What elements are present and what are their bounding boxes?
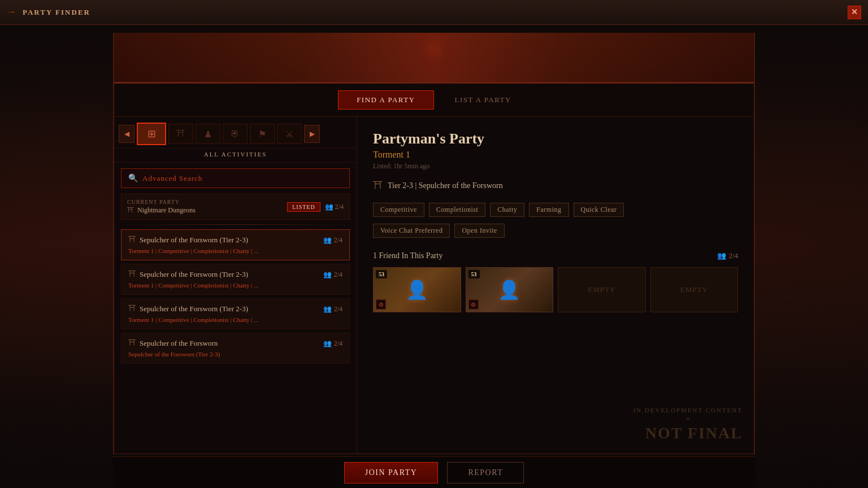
tab-bar: FIND A PARTY LIST A PARTY: [114, 84, 754, 117]
party-dungeon: ⛩ Tier 2-3 | Sepulcher of the Forsworn: [373, 180, 738, 191]
party-item-header: ⛩ Sepulcher of the Forsworn (Tier 2-3) 👥…: [128, 236, 342, 245]
party-item-count: 👥 2/4: [323, 236, 342, 245]
party-item-count: 👥 2/4: [323, 339, 342, 348]
party-item-header: ⛩ Sepulcher of the Forsworn (Tier 2-3) 👥…: [128, 304, 342, 313]
member-slot-1: 👤 53 ⚙: [373, 267, 461, 312]
item-icon: ⛩: [128, 339, 136, 348]
nav-prev-button[interactable]: ◀: [119, 125, 134, 143]
tag-quick-clear: Quick Clear: [574, 203, 624, 217]
party-difficulty: Torment 1: [373, 150, 738, 160]
party-count-value: 2/4: [728, 251, 738, 260]
activity-nav: ◀ ⊞ ⛩ ♟ ⛨ ⚑ ⚔ ▶: [114, 117, 357, 149]
party-item-header: ⛩ Sepulcher of the Forsworn 👥 2/4: [128, 339, 342, 348]
friends-header: 1 Friend In This Party 👥 2/4: [373, 251, 738, 260]
item-icon: ⛩: [128, 236, 136, 245]
party-item-tags: Torment 1 | Competitive | Completionist …: [128, 247, 342, 254]
group-icon-small: 👥: [323, 236, 332, 245]
footer-bar: Join Party Report: [113, 456, 755, 488]
watermark-line1: IN DEVELOPMENT CONTENT: [633, 407, 743, 413]
party-item-name: ⛩ Sepulcher of the Forsworn: [128, 339, 218, 348]
member-empty-1: EMPTY: [588, 285, 615, 294]
group-icon-small: 👥: [323, 271, 332, 279]
item-icon: ⛩: [128, 304, 136, 313]
tag-farming: Farming: [529, 203, 568, 217]
party-dungeon-icon: ⛩: [127, 206, 134, 215]
group-icon-friends: 👥: [717, 251, 726, 260]
watermark-divider: ❧: [633, 416, 743, 422]
party-item-count: 👥 2/4: [323, 305, 342, 313]
avatar-class-icon-2: ⚙: [468, 299, 479, 310]
member-slot-2: 👤 53 ⚙: [466, 267, 554, 312]
dungeon-icon: ⛩: [373, 180, 383, 191]
group-icon: 👥: [325, 203, 333, 211]
current-party-info: Current Party ⛩ Nightmare Dungeons: [127, 199, 283, 215]
activity-icon-grid[interactable]: ⊞: [137, 123, 166, 145]
group-icon-small: 👥: [323, 305, 332, 313]
tags-container-2: Voice Chat Preferred Open Invite: [373, 224, 738, 238]
activity-icon-swords[interactable]: ⚔: [277, 124, 302, 144]
right-panel: Partyman's Party Torment 1 Listed: 1hr 5…: [357, 117, 754, 454]
search-icon: 🔍: [128, 173, 138, 183]
search-bar[interactable]: 🔍 Advanced Search: [121, 168, 350, 188]
activity-icon-tower[interactable]: ⚑: [250, 124, 275, 144]
party-item-tags: Torment 1 | Competitive | Completionist …: [128, 282, 342, 289]
party-list-item[interactable]: ⛩ Sepulcher of the Forsworn (Tier 2-3) 👥…: [121, 264, 350, 295]
party-list-item[interactable]: ⛩ Sepulcher of the Forsworn (Tier 2-3) 👥…: [121, 229, 350, 260]
nav-next-button[interactable]: ▶: [304, 125, 320, 143]
party-item-tags: Torment 1 | Competitive | Completionist …: [128, 316, 342, 323]
dev-watermark: IN DEVELOPMENT CONTENT ❧ NOT FINAL: [633, 407, 743, 442]
item-icon: ⛩: [128, 270, 136, 279]
avatar-class-icon-1: ⚙: [376, 299, 386, 310]
members-grid: 👤 53 ⚙ 👤 53 ⚙ EMPTY: [373, 267, 738, 312]
main-window: FIND A PARTY LIST A PARTY ◀ ⊞ ⛩ ♟ ⛨ ⚑ ⚔ …: [113, 33, 755, 454]
current-party-label: Current Party: [127, 199, 283, 205]
current-party-section: Current Party ⛩ Nightmare Dungeons LISTE…: [121, 194, 350, 220]
tag-chatty: Chatty: [490, 203, 524, 217]
party-list-item[interactable]: ⛩ Sepulcher of the Forsworn 👥 2/4 Sepulc…: [121, 333, 350, 364]
current-party-dungeon-name: Nightmare Dungeons: [137, 206, 196, 215]
watermark-line2: NOT FINAL: [633, 424, 743, 442]
current-party-name: ⛩ Nightmare Dungeons: [127, 206, 283, 215]
member-slot-4: EMPTY: [650, 267, 739, 312]
group-icon-small: 👥: [323, 339, 332, 348]
dungeon-name: Tier 2-3 | Sepulcher of the Forsworn: [388, 181, 503, 190]
activity-label: ALL ACTIVITIES: [114, 149, 357, 163]
title-bar-text: PARTY FINDER: [23, 8, 848, 17]
header-banner: [114, 33, 754, 84]
activity-icon-castle[interactable]: ♟: [196, 124, 220, 144]
join-party-button[interactable]: Join Party: [344, 462, 439, 483]
party-list[interactable]: ⛩ Sepulcher of the Forsworn (Tier 2-3) 👥…: [121, 229, 350, 454]
avatar-level-1: 53: [376, 270, 387, 278]
report-button[interactable]: Report: [447, 462, 524, 483]
friends-label: 1 Friend In This Party: [373, 251, 442, 260]
tab-find-party[interactable]: FIND A PARTY: [338, 90, 433, 110]
close-button[interactable]: ✕: [848, 6, 861, 19]
party-item-header: ⛩ Sepulcher of the Forsworn (Tier 2-3) 👥…: [128, 270, 342, 279]
party-item-name: ⛩ Sepulcher of the Forsworn (Tier 2-3): [128, 236, 248, 245]
tag-open-invite: Open Invite: [454, 224, 504, 238]
avatar-face-2: 👤: [498, 279, 520, 300]
member-avatar-2: 👤 53 ⚙: [466, 268, 553, 312]
listed-badge: LISTED: [287, 202, 320, 212]
tab-list-party[interactable]: LIST A PARTY: [436, 90, 530, 110]
title-bar-icon: →: [7, 7, 18, 18]
tag-competitive: Competitive: [373, 203, 424, 217]
friends-count: 👥 2/4: [717, 251, 738, 260]
party-item-tags: Sepulcher of the Forsworn (Tier 2-3): [128, 351, 342, 358]
separator: [121, 224, 350, 225]
party-listed-time: Listed: 1hr 5min ago: [373, 162, 738, 171]
tags-container: Competitive Completionist Chatty Farming…: [373, 203, 738, 217]
content-area: ◀ ⊞ ⛩ ♟ ⛨ ⚑ ⚔ ▶ ALL ACTIVITIES 🔍 Advance…: [114, 117, 754, 454]
party-item-count: 👥 2/4: [323, 271, 342, 279]
activity-icon-shield[interactable]: ⛨: [223, 124, 248, 144]
tag-completionist: Completionist: [429, 203, 486, 217]
member-empty-2: EMPTY: [680, 285, 708, 294]
left-panel: ◀ ⊞ ⛩ ♟ ⛨ ⚑ ⚔ ▶ ALL ACTIVITIES 🔍 Advance…: [114, 117, 357, 454]
tag-voice-chat: Voice Chat Preferred: [373, 224, 450, 238]
member-slot-3: EMPTY: [558, 267, 646, 312]
activity-icon-dungeon[interactable]: ⛩: [168, 124, 193, 144]
party-item-name: ⛩ Sepulcher of the Forsworn (Tier 2-3): [128, 304, 248, 313]
search-text: Advanced Search: [142, 174, 202, 183]
party-list-item[interactable]: ⛩ Sepulcher of the Forsworn (Tier 2-3) 👥…: [121, 298, 350, 329]
avatar-face-1: 👤: [406, 279, 428, 300]
